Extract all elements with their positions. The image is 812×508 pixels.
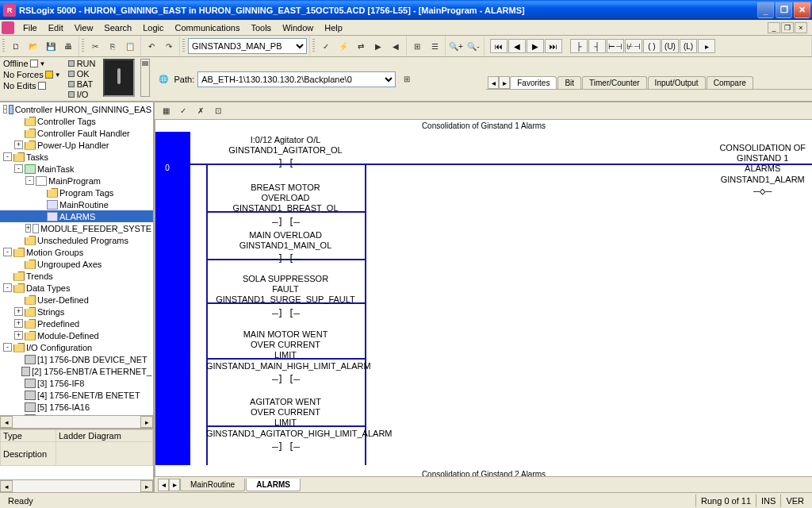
ladder-view[interactable]: Consolidation of Ginstand 1 Alarms 0 I:0… — [155, 120, 812, 476]
rtab-scroll-left[interactable]: ◂ — [158, 479, 169, 491]
tab-inputoutput[interactable]: Input/Output — [648, 76, 706, 89]
mdi-close-button[interactable]: × — [795, 22, 807, 33]
tree-expander[interactable]: - — [25, 176, 34, 185]
nav-more-button[interactable]: ▸ — [698, 39, 715, 53]
tree-expander[interactable]: - — [3, 283, 12, 292]
cross-ref-button[interactable]: ⊞ — [409, 38, 425, 54]
tree-node[interactable]: -MainTask — [0, 163, 153, 175]
routine-tab-alarms[interactable]: ALARMS — [246, 479, 301, 491]
menu-edit[interactable]: Edit — [43, 21, 69, 34]
tree-node[interactable]: +Power-Up Handler — [0, 139, 153, 151]
otu-button[interactable]: (U) — [661, 39, 679, 53]
rtab-scroll-right[interactable]: ▸ — [169, 479, 180, 491]
tree-node[interactable]: +MODULE_FEEDER_SYSTE — [0, 222, 153, 234]
tree-node[interactable]: ALARMS — [0, 210, 153, 222]
menu-view[interactable]: View — [69, 21, 99, 34]
menu-communications[interactable]: Communications — [170, 21, 246, 34]
save-button[interactable]: 💾 — [43, 38, 59, 54]
verify-button[interactable]: ✓ — [318, 38, 334, 54]
new-button[interactable]: 🗋 — [8, 38, 24, 54]
tree-node[interactable]: [3] 1756-IF8 — [0, 377, 153, 389]
nav-last-button[interactable]: ⏭ — [545, 39, 562, 53]
prop-desc-value[interactable] — [56, 442, 153, 466]
mode-slider[interactable] — [140, 59, 150, 97]
tab-bit[interactable]: Bit — [557, 76, 581, 89]
tree-expander[interactable]: - — [3, 152, 12, 161]
branch-contact[interactable]: SOLA SUPPRESSORFAULTGINSTAND1_SURGE_SUP_… — [206, 274, 365, 319]
tree-node[interactable]: -I/O Configuration — [0, 341, 153, 353]
edit-rung-button[interactable]: ▦ — [158, 103, 174, 119]
go-online-button[interactable]: ⚡ — [335, 38, 351, 54]
copy-button[interactable]: ⎘ — [105, 38, 121, 54]
tree-node[interactable]: -Tasks — [0, 151, 153, 163]
path-combo[interactable]: AB_ETH-1\130.130.130.2\Backplane\0 — [197, 71, 396, 87]
routine-combo[interactable]: GINSTAND3_MAN_PB — [188, 38, 307, 54]
branch-contact[interactable]: AGITATOR WENTOVER CURRENTLIMITGINSTAND1_… — [206, 397, 365, 452]
properties-button[interactable]: ☰ — [427, 38, 442, 54]
mdi-minimize-button[interactable]: _ — [768, 22, 780, 33]
tree-node[interactable]: +Module-Defined — [0, 329, 153, 341]
tab-timercounter[interactable]: Timer/Counter — [582, 76, 647, 89]
menu-window[interactable]: Window — [277, 21, 319, 34]
nav-next-button[interactable]: ▶ — [527, 39, 544, 53]
zoom-in-button[interactable]: 🔍+ — [448, 38, 464, 54]
mdi-restore-button[interactable]: ❐ — [781, 22, 794, 33]
close-button[interactable]: ✕ — [794, 2, 810, 18]
tree-node[interactable]: Unscheduled Programs — [0, 234, 153, 246]
browse-path-button[interactable]: ⊞ — [399, 71, 415, 87]
tree-node[interactable]: [2] 1756-ENBT/A ETHERNET_ — [0, 365, 153, 377]
tree-node[interactable]: -Motion Groups — [0, 246, 153, 258]
tree-node[interactable]: Controller Fault Handler — [0, 127, 153, 139]
rung-number[interactable]: 0 — [155, 132, 179, 465]
maximize-button[interactable]: ❐ — [776, 2, 792, 18]
tree-hscroll[interactable]: ◂▸ — [0, 415, 153, 428]
menu-search[interactable]: Search — [98, 21, 137, 34]
branch-contact[interactable]: BREAST MOTOROVERLOADGINSTAND1_BREAST_OL—… — [206, 183, 365, 228]
ote-button[interactable]: ( ) — [643, 39, 661, 53]
nav-first-button[interactable]: ⏮ — [490, 39, 508, 53]
force-off-button[interactable]: ◀ — [388, 38, 404, 54]
tree-expander[interactable]: + — [25, 224, 31, 233]
tree-expander[interactable]: + — [14, 319, 23, 328]
branch-contact[interactable]: MAIN MOTOR WENTOVER CURRENTLIMITGINSTAND… — [206, 329, 365, 385]
routine-tab-mainroutine[interactable]: MainRoutine — [180, 479, 245, 491]
tree-expander[interactable]: - — [14, 164, 23, 173]
tree-node[interactable]: -Controller HURON_GINNING_EAS — [0, 103, 153, 115]
tree-node[interactable]: [4] 1756-ENET/B ENETET — [0, 389, 153, 401]
undo-button[interactable]: ↶ — [144, 38, 159, 54]
tree-expander[interactable]: + — [14, 331, 23, 340]
tree-expander[interactable]: - — [3, 105, 7, 114]
tree-node[interactable]: -MainProgram — [0, 175, 153, 187]
branch-contact[interactable]: I:0/12 Agitator O/LGINSTAND1_AGITATOR_OL… — [206, 135, 365, 170]
tab-scroll-left[interactable]: ◂ — [488, 76, 499, 89]
tree-expander[interactable]: - — [3, 248, 12, 256]
tree-node[interactable]: Program Tags — [0, 187, 153, 198]
minimize-button[interactable]: _ — [757, 2, 774, 18]
tree-node[interactable]: [5] 1756-IA16 — [0, 401, 153, 413]
tab-favorites[interactable]: Favorites — [510, 76, 557, 89]
menu-help[interactable]: Help — [319, 21, 348, 34]
tree-node[interactable]: MainRoutine — [0, 198, 153, 210]
tree-expander[interactable]: - — [3, 343, 12, 352]
otl-button[interactable]: (L) — [680, 39, 697, 53]
tab-scroll-right[interactable]: ▸ — [499, 76, 510, 89]
menu-logic[interactable]: Logic — [137, 21, 169, 34]
assemble-button[interactable]: ⊡ — [210, 103, 226, 119]
who-active-button[interactable]: 🌐 — [155, 71, 171, 87]
tree-node[interactable]: +Strings — [0, 306, 153, 318]
nav-prev-button[interactable]: ◀ — [508, 39, 526, 53]
tree-node[interactable]: [1] 1756-DNB DEVICE_NET — [0, 353, 153, 365]
open-button[interactable]: 📂 — [25, 38, 41, 54]
menu-tools[interactable]: Tools — [245, 21, 277, 34]
tree-node[interactable]: -Data Types — [0, 282, 153, 294]
project-tree[interactable]: -Controller HURON_GINNING_EASController … — [0, 102, 153, 415]
xic-button[interactable]: ⊢⊣ — [607, 39, 624, 53]
cancel-edits-button[interactable]: ✗ — [193, 103, 209, 119]
toggle-button[interactable]: ⇄ — [353, 38, 369, 54]
accept-edits-button[interactable]: ✓ — [175, 103, 191, 119]
branch-contact[interactable]: MAIN OVERLOADGINSTAND1_MAIN_OL—] [— — [206, 230, 365, 265]
menu-file[interactable]: File — [17, 21, 43, 34]
tree-node[interactable]: User-Defined — [0, 294, 153, 306]
rung-level-button[interactable]: ┤ — [588, 39, 606, 53]
cut-button[interactable]: ✂ — [87, 38, 103, 54]
